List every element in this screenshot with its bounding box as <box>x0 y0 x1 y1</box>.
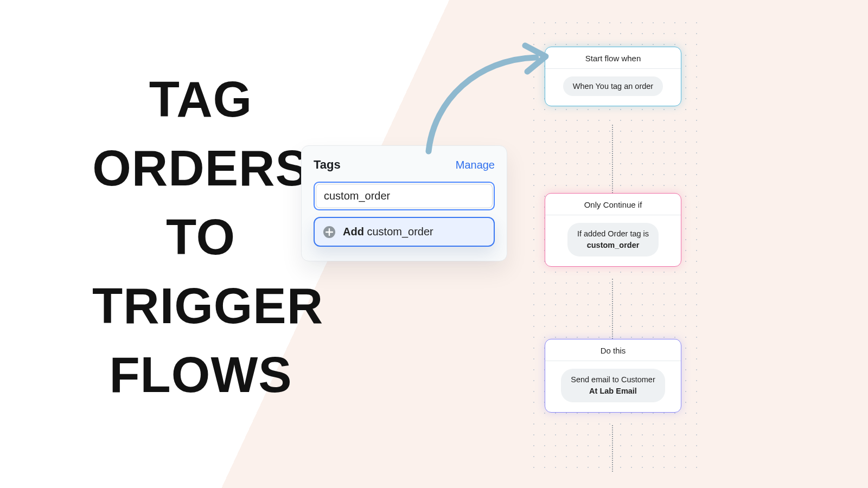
add-tag-suggestion[interactable]: Add custom_order <box>314 217 495 247</box>
flow-connector-2 <box>612 279 613 339</box>
action-line2: At Lab Email <box>589 387 637 395</box>
add-value: custom_order <box>367 226 433 237</box>
tag-input-wrapper <box>314 182 495 210</box>
curved-arrow-icon <box>418 35 559 159</box>
action-chip: Send email to Customer At Lab Email <box>561 369 665 402</box>
flow-card-trigger-header: Start flow when <box>545 47 681 69</box>
condition-line2: custom_order <box>587 241 640 249</box>
flow-card-trigger-body: When You tag an order <box>545 69 681 106</box>
flow-connector-1 <box>612 125 613 193</box>
tags-panel-header: Tags Manage <box>314 158 495 172</box>
flow-card-condition[interactable]: Only Continue if If added Order tag is c… <box>545 193 681 267</box>
headline-line-5: FLOWS <box>92 341 309 409</box>
action-line1: Send email to Customer <box>571 375 655 384</box>
tags-panel: Tags Manage Add custom_order <box>301 145 507 261</box>
plus-circle-icon <box>323 226 335 238</box>
flow-card-action[interactable]: Do this Send email to Customer At Lab Em… <box>545 339 681 413</box>
add-prefix: Add <box>343 226 364 237</box>
condition-chip: If added Order tag is custom_order <box>567 223 659 256</box>
headline: TAG ORDERS TO TRIGGER FLOWS <box>92 65 309 409</box>
trigger-chip: When You tag an order <box>563 76 663 96</box>
tag-input[interactable] <box>316 184 493 208</box>
manage-link[interactable]: Manage <box>456 159 495 171</box>
flow-card-trigger[interactable]: Start flow when When You tag an order <box>545 47 681 106</box>
headline-line-2: ORDERS <box>92 134 309 203</box>
condition-line1: If added Order tag is <box>577 229 649 238</box>
tags-panel-title: Tags <box>314 158 341 172</box>
headline-line-4: TRIGGER <box>92 272 309 341</box>
flow-card-condition-header: Only Continue if <box>545 194 681 215</box>
flow-card-action-header: Do this <box>545 339 681 361</box>
flow-connector-3 <box>612 425 613 472</box>
flow-card-action-body: Send email to Customer At Lab Email <box>545 361 681 412</box>
flow-card-condition-body: If added Order tag is custom_order <box>545 215 681 266</box>
headline-line-3: TO <box>92 203 309 272</box>
add-tag-text: Add custom_order <box>343 226 433 238</box>
headline-line-1: TAG <box>92 65 309 134</box>
